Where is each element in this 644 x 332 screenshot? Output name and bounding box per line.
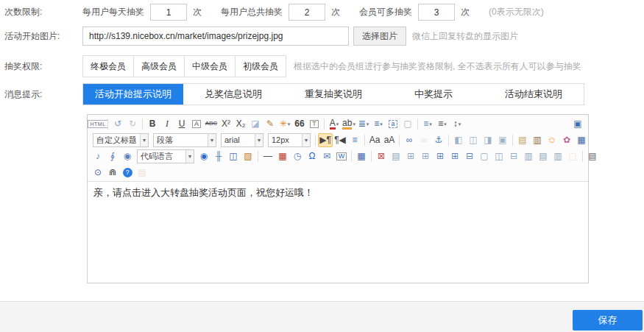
image-url-input[interactable] xyxy=(82,27,349,46)
fullscreen-icon[interactable]: ▣ xyxy=(570,117,585,131)
save-button[interactable]: 保存 xyxy=(573,310,643,331)
music-icon[interactable]: ♪ xyxy=(91,149,105,163)
image-icon[interactable]: ▤ xyxy=(515,133,530,147)
anchor-icon[interactable]: ⚓ xyxy=(431,133,446,147)
table-props-icon[interactable]: ▤ xyxy=(389,149,403,163)
chevron-down-icon: ▾ xyxy=(140,134,148,146)
new-page-icon[interactable]: ▢ xyxy=(400,117,415,131)
line-height-icon[interactable]: ↕▾ xyxy=(450,117,464,131)
table-icon[interactable]: ▦ xyxy=(354,149,369,163)
page-break-icon[interactable]: ╫ xyxy=(211,149,226,163)
auto-typeset-icon[interactable]: ✳▾ xyxy=(277,117,292,131)
heading-select[interactable]: 自定义标题▾ xyxy=(93,133,149,147)
underline-icon[interactable]: U xyxy=(174,117,189,131)
word-import-icon[interactable]: W xyxy=(334,149,349,163)
font-style-icon[interactable]: A xyxy=(189,117,204,131)
ltr-icon[interactable]: ▶¶ xyxy=(318,133,333,147)
italic-icon[interactable]: I xyxy=(160,117,174,131)
split-cells-icon[interactable]: ▥ xyxy=(521,149,536,163)
subscript-icon[interactable]: X₂ xyxy=(233,117,248,131)
highlight-color-icon[interactable]: ab▾ xyxy=(342,117,356,131)
insert-col-left-icon[interactable]: ⊞ xyxy=(433,149,447,163)
editor-content[interactable]: 亲，请点击进入大转盘抽奖活动页面，祝您好运哦！ xyxy=(88,182,588,282)
eraser-icon[interactable]: ◪ xyxy=(248,117,263,131)
merge-cells-right-icon[interactable]: ◫ xyxy=(492,149,506,163)
uppercase-icon[interactable]: Aa xyxy=(367,133,382,147)
delete-table-icon[interactable]: ⊠ xyxy=(374,149,389,163)
member-extra-limit-input[interactable] xyxy=(418,4,455,21)
code-icon[interactable]: ◉ xyxy=(197,149,211,163)
indent-icon[interactable]: ≡▾ xyxy=(420,117,435,131)
insert-col-right-icon[interactable]: ⊞ xyxy=(447,149,462,163)
emoticon-icon[interactable]: ☺ xyxy=(545,133,559,147)
message-edit-icon[interactable]: ✉ xyxy=(319,149,334,163)
media-icon[interactable]: ▦ xyxy=(574,133,589,147)
paste-icon[interactable]: ▤ xyxy=(135,166,149,180)
clear-doc-icon[interactable]: ▢ xyxy=(565,149,580,163)
superscript-icon[interactable]: X² xyxy=(219,117,233,131)
cell-props-icon[interactable]: ▢ xyxy=(477,149,492,163)
format-brush-icon[interactable]: ✎ xyxy=(263,117,277,131)
image-align-center-icon[interactable]: ◫ xyxy=(466,133,481,147)
per-day-limit-input[interactable] xyxy=(150,4,187,21)
template-icon[interactable]: ▧ xyxy=(241,149,255,163)
columns-icon[interactable]: ◫ xyxy=(226,149,241,163)
print-icon[interactable]: ▤ xyxy=(585,149,600,163)
member-group-button-4[interactable]: 初级会员 xyxy=(235,55,286,77)
message-tab-5[interactable]: 活动结束说明 xyxy=(484,84,584,105)
preview-icon[interactable]: ⊙ xyxy=(91,166,105,180)
unlink-icon[interactable]: ∞ xyxy=(417,133,431,147)
font-color-icon[interactable]: A▾ xyxy=(327,117,342,131)
insert-row-above-icon[interactable]: ⊞ xyxy=(403,149,418,163)
table-row-icon[interactable]: ▤ xyxy=(536,149,551,163)
find-replace-icon[interactable]: ⋒ xyxy=(105,166,120,180)
special-char-icon[interactable]: Ω xyxy=(305,149,319,163)
code-language-select[interactable]: 代码语言▾ xyxy=(137,149,194,163)
delete-row-icon[interactable]: ⊟ xyxy=(462,149,477,163)
member-group-button-3[interactable]: 中级会员 xyxy=(184,55,236,77)
image-align-left-icon[interactable]: ◧ xyxy=(451,133,466,147)
member-group-button-1[interactable]: 终极会员 xyxy=(82,55,134,77)
palette-icon[interactable]: ✿ xyxy=(559,133,574,147)
choose-image-button[interactable]: 选择图片 xyxy=(353,27,406,46)
chevron-down-icon: ▾ xyxy=(367,121,369,127)
lowercase-icon[interactable]: aA xyxy=(382,133,397,147)
help-icon[interactable]: ? xyxy=(120,166,135,180)
calendar-icon[interactable]: ▦ xyxy=(275,149,290,163)
source-code-icon[interactable]: HTML xyxy=(91,117,105,131)
message-tab-2[interactable]: 兑奖信息说明 xyxy=(183,84,283,105)
rtl-icon[interactable]: ¶◀ xyxy=(333,133,347,147)
paste-text-icon[interactable]: T xyxy=(307,117,322,131)
image-block-icon[interactable]: ▣ xyxy=(495,133,510,147)
strikethrough-icon[interactable]: ABC xyxy=(204,117,219,131)
link-icon[interactable]: ∞ xyxy=(402,133,417,147)
undo-icon[interactable]: ↺ xyxy=(110,117,125,131)
member-extra-limit-label: 会员可多抽奖 xyxy=(359,6,412,18)
attachment-icon[interactable]: ∮ xyxy=(105,149,120,163)
blockquote-icon[interactable]: 66 xyxy=(292,117,307,131)
member-group-button-2[interactable]: 高级会员 xyxy=(133,55,185,77)
ordered-list-icon[interactable]: ≣▾ xyxy=(356,117,371,131)
clock-icon[interactable]: ◷ xyxy=(290,149,305,163)
font-family-select[interactable]: arial▾ xyxy=(221,133,263,147)
merge-cells-down-icon[interactable]: ⊟ xyxy=(506,149,521,163)
font-size-select[interactable]: 12px▾ xyxy=(268,133,311,147)
paragraph-select[interactable]: 段落▾ xyxy=(153,133,216,147)
flash-icon[interactable]: ◉ xyxy=(120,149,135,163)
hr-icon[interactable]: — xyxy=(261,149,275,163)
total-limit-input[interactable] xyxy=(289,4,325,21)
unordered-list-icon[interactable]: ≡▾ xyxy=(371,117,386,131)
anchor-link-icon[interactable]: a xyxy=(386,117,400,131)
message-tab-3[interactable]: 重复抽奖说明 xyxy=(283,84,383,105)
message-tab-4[interactable]: 中奖提示 xyxy=(383,84,484,105)
redo-icon[interactable]: ↻ xyxy=(125,117,140,131)
heading-select-value: 自定义标题 xyxy=(96,135,137,146)
table-col-icon[interactable]: ▥ xyxy=(551,149,565,163)
insert-paragraph-icon[interactable]: ≡ xyxy=(347,133,362,147)
insert-row-below-icon[interactable]: ⊞ xyxy=(418,149,433,163)
align-icon[interactable]: ≡▾ xyxy=(435,117,450,131)
message-tab-1[interactable]: 活动开始提示说明 xyxy=(83,84,183,105)
bold-icon[interactable]: B xyxy=(145,117,160,131)
upload-image-icon[interactable]: ▥ xyxy=(530,133,545,147)
image-align-right-icon[interactable]: ◨ xyxy=(481,133,495,147)
